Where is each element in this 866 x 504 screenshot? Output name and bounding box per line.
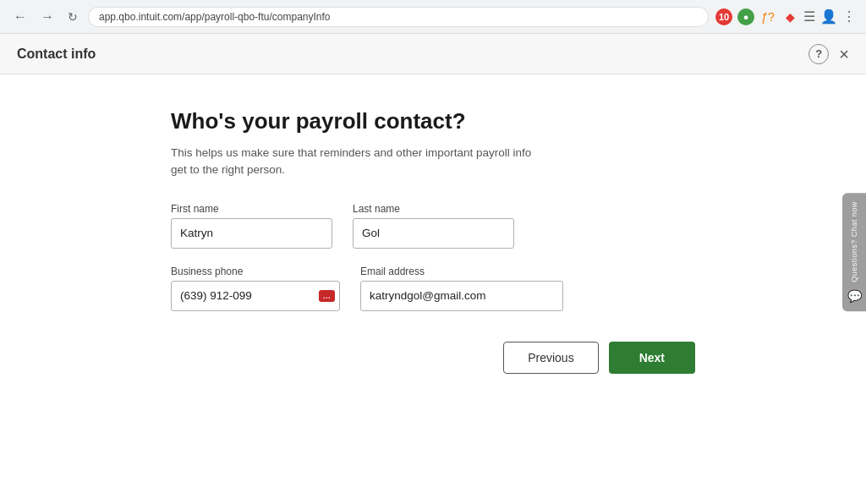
phone-input[interactable] [171, 281, 340, 311]
forward-button[interactable]: → [37, 8, 58, 26]
page-title: Contact info [17, 47, 96, 62]
chat-icon: 💬 [847, 289, 862, 303]
side-chat-panel[interactable]: Questions? Chat now 💬 [842, 193, 866, 311]
browser-chrome: ← → ↻ app.qbo.intuit.com/app/payroll-qbo… [0, 0, 866, 34]
phone-wrapper: ... [171, 281, 340, 311]
form-heading: Who's your payroll contact? [171, 108, 695, 134]
previous-button[interactable]: Previous [503, 342, 598, 374]
first-name-input[interactable] [171, 218, 332, 249]
extension-icon-5[interactable]: ☰ [803, 8, 815, 25]
name-row: First name Last name [171, 203, 695, 249]
email-label: Email address [360, 266, 563, 277]
phone-group: Business phone ... [171, 266, 340, 311]
phone-label: Business phone [171, 266, 340, 277]
last-name-label: Last name [353, 203, 514, 215]
email-input[interactable] [360, 281, 563, 311]
email-group: Email address [360, 266, 563, 311]
url-text: app.qbo.intuit.com/app/payroll-qbo-ftu/c… [99, 11, 331, 23]
side-chat-label: Questions? Chat now [850, 201, 858, 282]
extension-icon-1[interactable]: 10 [715, 8, 732, 25]
close-button[interactable]: × [839, 46, 849, 63]
reload-button[interactable]: ↻ [64, 8, 81, 25]
button-row: Previous Next [171, 342, 695, 374]
contact-row: Business phone ... Email address [171, 266, 695, 311]
address-bar: app.qbo.intuit.com/app/payroll-qbo-ftu/c… [88, 7, 709, 27]
last-name-group: Last name [353, 203, 514, 249]
menu-icon[interactable]: ⋮ [842, 8, 856, 25]
top-bar: Contact info ? × [0, 34, 866, 74]
browser-actions: 10 ● ƒ? ◆ ☰ 👤 ⋮ [715, 8, 856, 25]
main-content: Who's your payroll contact? This helps u… [103, 74, 763, 408]
extension-icon-4[interactable]: ◆ [781, 8, 798, 25]
first-name-group: First name [171, 203, 332, 249]
extension-icon-3[interactable]: ƒ? [759, 8, 776, 25]
form-subtitle: This helps us make sure that reminders a… [171, 145, 543, 179]
extension-icon-2[interactable]: ● [737, 8, 754, 25]
last-name-input[interactable] [353, 218, 514, 249]
page-shell: Contact info ? × Who's your payroll cont… [0, 34, 866, 504]
profile-icon[interactable]: 👤 [820, 8, 837, 25]
phone-badge: ... [319, 290, 335, 302]
top-bar-actions: ? × [808, 44, 849, 64]
next-button[interactable]: Next [609, 342, 695, 374]
help-button[interactable]: ? [808, 44, 829, 64]
back-button[interactable]: ← [10, 8, 30, 26]
first-name-label: First name [171, 203, 332, 215]
